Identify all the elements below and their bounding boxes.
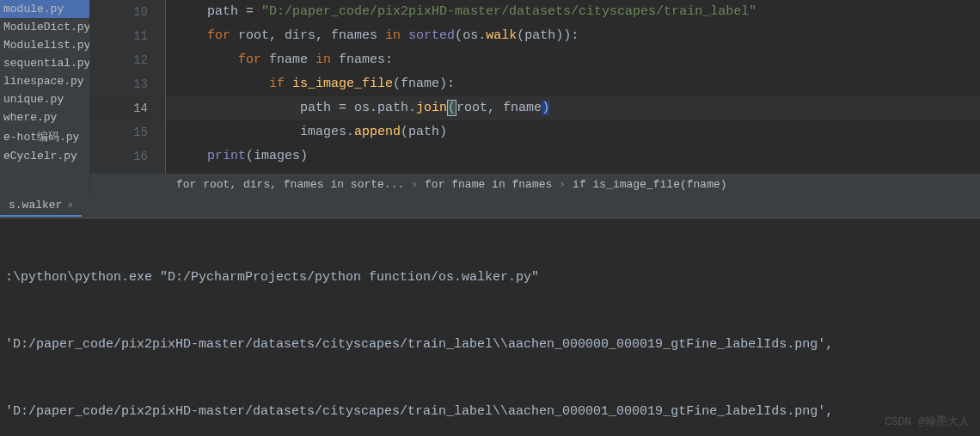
code-line[interactable]: images.append(path) — [166, 120, 980, 144]
sidebar-item-file[interactable]: Modulelist.py — [0, 36, 89, 54]
tab-label: s.walker — [9, 199, 62, 212]
sidebar-item-file[interactable]: where.py — [0, 108, 89, 126]
breadcrumb: for root, dirs, fnames in sorte... › for… — [90, 174, 980, 194]
code-line[interactable]: if is_image_file(fname): — [166, 72, 980, 96]
close-icon[interactable]: × — [67, 200, 73, 211]
line-number[interactable]: 16 — [90, 144, 148, 169]
line-number[interactable]: 14 — [90, 96, 148, 120]
watermark: CSDN @翰墨大人 — [885, 414, 970, 429]
code-editor[interactable]: path = "D:/paper_code/pix2pixHD-master/d… — [166, 0, 980, 174]
code-line[interactable]: path = "D:/paper_code/pix2pixHD-master/d… — [166, 0, 980, 24]
line-number[interactable]: 12 — [90, 48, 148, 72]
line-gutter[interactable]: 10 11 12 13 14 15 16 — [90, 0, 166, 174]
chevron-right-icon: › — [411, 178, 418, 191]
breadcrumb-item[interactable]: for fname in fnames — [425, 178, 552, 191]
console-line: 'D:/paper_code/pix2pixHD-master/datasets… — [5, 401, 975, 423]
sidebar-item-file[interactable]: ModuleDict.py — [0, 18, 89, 36]
breadcrumb-item[interactable]: if is_image_file(fname) — [573, 178, 726, 191]
sidebar-item-file[interactable]: module.py — [0, 0, 89, 18]
chevron-right-icon: › — [559, 178, 566, 191]
line-number[interactable]: 15 — [90, 120, 148, 144]
console-tab[interactable]: s.walker × — [0, 195, 82, 217]
line-number[interactable]: 10 — [90, 0, 148, 24]
sidebar-item-file[interactable]: linespace.py — [0, 72, 89, 90]
console-output[interactable]: :\python\python.exe "D:/PycharmProjects/… — [0, 218, 980, 436]
line-number[interactable]: 11 — [90, 24, 148, 48]
code-line[interactable]: print(images) — [166, 144, 980, 169]
console-line: :\python\python.exe "D:/PycharmProjects/… — [5, 267, 975, 289]
code-line[interactable]: for fname in fnames: — [166, 48, 980, 72]
code-line[interactable]: for root, dirs, fnames in sorted(os.walk… — [166, 24, 980, 48]
sidebar-item-file[interactable]: eCyclelr.py — [0, 147, 89, 165]
breadcrumb-item[interactable]: for root, dirs, fnames in sorte... — [176, 178, 404, 191]
editor-area: 10 11 12 13 14 15 16 path = "D:/paper_co… — [90, 0, 980, 194]
console-line: 'D:/paper_code/pix2pixHD-master/datasets… — [5, 334, 975, 356]
sidebar-item-file[interactable]: unique.py — [0, 90, 89, 108]
console-tab-bar: s.walker × — [0, 194, 980, 218]
code-line-current[interactable]: path = os.path.join(root, fname) — [166, 96, 980, 120]
file-tree-sidebar[interactable]: module.py ModuleDict.py Modulelist.py se… — [0, 0, 90, 194]
sidebar-item-file[interactable]: e-hot编码.py — [0, 126, 89, 147]
sidebar-item-file[interactable]: sequential.py — [0, 54, 89, 72]
line-number[interactable]: 13 — [90, 72, 148, 96]
